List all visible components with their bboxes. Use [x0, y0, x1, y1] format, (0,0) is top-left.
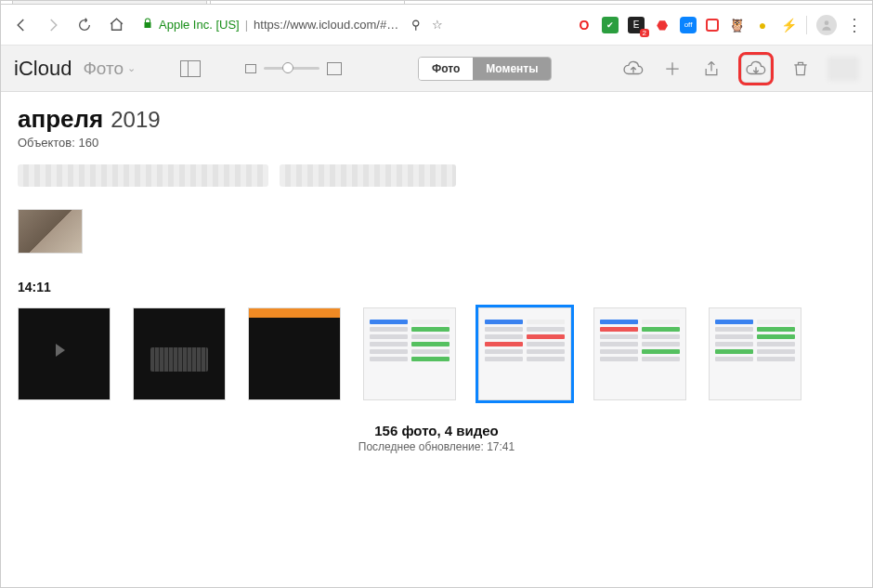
object-count-label: Объектов: 160: [18, 136, 855, 150]
dot-icon[interactable]: ●: [754, 17, 771, 33]
home-button[interactable]: [105, 14, 127, 36]
shield-icon[interactable]: ✔: [602, 17, 619, 33]
site-owner-label: Apple Inc. [US]: [159, 18, 240, 32]
lock-icon: [142, 18, 153, 32]
blocker-icon[interactable]: ⬣: [654, 17, 671, 33]
photo-thumbnail[interactable]: [593, 307, 686, 400]
summary-count: 156 фото, 4 видео: [18, 423, 855, 438]
close-window-button[interactable]: ✕: [827, 0, 863, 2]
single-thumbnail[interactable]: [18, 209, 83, 254]
bookmark-star-icon[interactable]: ☆: [432, 18, 443, 32]
small-thumb-icon: [245, 64, 256, 73]
icloud-toolbar: iCloud Фото ⌄ Фото Моменты: [1, 46, 872, 92]
year-label: 2019: [111, 107, 160, 133]
large-thumb-icon: [327, 62, 342, 75]
svg-point-0: [825, 20, 829, 25]
bolt-icon[interactable]: ⚡: [780, 17, 797, 33]
download-icon[interactable]: [744, 57, 768, 81]
address-bar[interactable]: Apple Inc. [US] | https://www.icloud.com…: [137, 12, 471, 38]
chevron-down-icon: ⌄: [127, 62, 136, 74]
slider-thumb[interactable]: [282, 62, 293, 73]
browser-nav-bar: Apple Inc. [US] | https://www.icloud.com…: [1, 5, 872, 46]
month-label: апреля: [18, 105, 103, 134]
url-text: https://www.icloud.com/#…: [254, 18, 398, 32]
account-badge[interactable]: [827, 57, 859, 81]
reload-button[interactable]: [73, 14, 96, 36]
profile-avatar[interactable]: [816, 15, 837, 35]
browser-tab-lumpics[interactable]: Lumpics.ru ×: [12, 0, 207, 4]
redacted-block: [280, 164, 456, 187]
photo-thumbnail[interactable]: [709, 307, 801, 400]
trash-icon[interactable]: [788, 57, 813, 81]
divider: [806, 16, 807, 34]
back-button[interactable]: [10, 14, 33, 36]
maximize-button[interactable]: ▢: [792, 0, 827, 2]
redacted-row: [18, 164, 855, 203]
thumbnail-size-slider[interactable]: [245, 62, 342, 75]
keyboard-icon: [150, 347, 208, 372]
browser-tab-icloud[interactable]: Фото iCloud ×: [210, 0, 405, 4]
summary-updated: Последнее обновление: 17:41: [18, 440, 855, 453]
library-summary: 156 фото, 4 видео Последнее обновление: …: [18, 423, 855, 453]
off-toggle-icon[interactable]: off: [680, 17, 697, 33]
photo-thumbnail[interactable]: [18, 307, 111, 400]
forward-button[interactable]: [42, 14, 64, 36]
section-label: Фото: [83, 59, 124, 79]
icloud-right-tools: [621, 52, 859, 85]
minimize-button[interactable]: —: [757, 0, 792, 2]
extension-row: O ✔ E ⬣ off 🦉 ● ⚡ ⋮: [576, 15, 863, 35]
opera-icon[interactable]: O: [576, 17, 593, 33]
new-tab-button[interactable]: +: [408, 0, 434, 4]
segment-photos[interactable]: Фото: [419, 58, 473, 80]
photo-thumbnail[interactable]: [133, 307, 226, 400]
evernote-icon[interactable]: E: [628, 17, 645, 33]
separator: |: [245, 18, 248, 32]
record-icon[interactable]: [706, 19, 719, 32]
time-group-label: 14:11: [18, 280, 855, 294]
download-button-highlight: [738, 52, 774, 85]
key-icon[interactable]: ⚲: [411, 18, 421, 32]
play-icon: [56, 344, 65, 357]
tab-strip: Lumpics.ru × Фото iCloud × + — ▢ ✕: [1, 0, 872, 5]
photo-thumbnail-selected[interactable]: [478, 307, 571, 400]
add-button[interactable]: [660, 57, 684, 81]
icloud-section-dropdown[interactable]: Фото ⌄: [83, 59, 136, 79]
photos-content: апреля 2019 Объектов: 160 14:11: [1, 92, 872, 587]
thumbnail-grid: [18, 307, 855, 400]
view-segmented-control: Фото Моменты: [418, 57, 552, 81]
upload-icon[interactable]: [621, 57, 645, 81]
month-header: апреля 2019: [18, 105, 855, 134]
photo-thumbnail[interactable]: [248, 307, 341, 400]
segment-moments[interactable]: Моменты: [473, 58, 551, 80]
redacted-block: [18, 164, 268, 187]
icloud-brand-label[interactable]: iCloud: [14, 57, 72, 81]
kebab-menu-icon[interactable]: ⋮: [846, 15, 863, 35]
share-icon[interactable]: [699, 57, 723, 81]
photo-thumbnail[interactable]: [363, 307, 456, 400]
sidebar-toggle-icon[interactable]: [180, 60, 201, 77]
owl-icon[interactable]: 🦉: [728, 17, 745, 33]
